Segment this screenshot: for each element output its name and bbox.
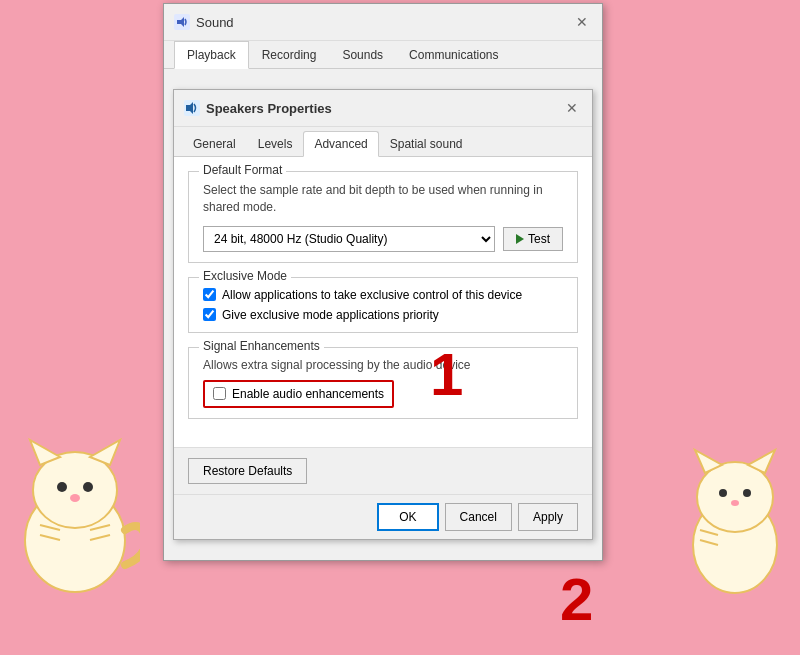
exclusive-control-label: Allow applications to take exclusive con…	[222, 288, 522, 302]
default-format-label: Default Format	[199, 163, 286, 177]
default-format-section: Default Format Select the sample rate an…	[188, 171, 578, 263]
tab-spatial-sound[interactable]: Spatial sound	[379, 131, 474, 157]
speakers-footer: Restore Defaults	[174, 447, 592, 494]
sound-dialog: Sound ✕ Playback Recording Sounds Commun…	[163, 3, 603, 561]
speakers-tabs: General Levels Advanced Spatial sound	[174, 127, 592, 157]
svg-point-17	[731, 500, 739, 506]
speakers-dialog-close-button[interactable]: ✕	[562, 98, 582, 118]
speakers-titlebar: Speakers Properties ✕	[174, 90, 592, 127]
sound-tabs: Playback Recording Sounds Communications	[164, 41, 602, 69]
exclusive-mode-section: Exclusive Mode Allow applications to tak…	[188, 277, 578, 333]
tab-sounds[interactable]: Sounds	[329, 41, 396, 69]
sound-titlebar-left: Sound	[174, 14, 234, 30]
speakers-content: Default Format Select the sample rate an…	[174, 157, 592, 447]
sound-dialog-close-button[interactable]: ✕	[572, 12, 592, 32]
signal-enhancements-label: Signal Enhancements	[199, 339, 324, 353]
speakers-titlebar-left: Speakers Properties	[184, 100, 332, 116]
enable-audio-enhancements-checkbox[interactable]	[213, 387, 226, 400]
tab-communications[interactable]: Communications	[396, 41, 511, 69]
default-format-description: Select the sample rate and bit depth to …	[203, 182, 563, 216]
annotation-2: 2	[560, 565, 593, 634]
restore-defaults-button[interactable]: Restore Defaults	[188, 458, 307, 484]
signal-enhancements-section: Signal Enhancements Allows extra signal …	[188, 347, 578, 419]
exclusive-control-row: Allow applications to take exclusive con…	[203, 288, 563, 302]
annotation-1: 1	[430, 340, 463, 409]
svg-point-5	[83, 482, 93, 492]
format-select[interactable]: 24 bit, 48000 Hz (Studio Quality)	[203, 226, 495, 252]
exclusive-priority-row: Give exclusive mode applications priorit…	[203, 308, 563, 322]
tab-general[interactable]: General	[182, 131, 247, 157]
apply-button[interactable]: Apply	[518, 503, 578, 531]
ok-button[interactable]: OK	[377, 503, 438, 531]
sound-speaker-icon	[174, 14, 190, 30]
signal-enhancements-description: Allows extra signal processing by the au…	[203, 358, 563, 372]
svg-point-15	[719, 489, 727, 497]
cancel-button[interactable]: Cancel	[445, 503, 512, 531]
enable-audio-enhancements-label: Enable audio enhancements	[232, 387, 384, 401]
format-row: 24 bit, 48000 Hz (Studio Quality) Test	[203, 226, 563, 252]
sound-dialog-titlebar: Sound ✕	[164, 4, 602, 41]
tab-recording[interactable]: Recording	[249, 41, 330, 69]
speakers-icon	[184, 100, 200, 116]
speakers-properties-dialog: Speakers Properties ✕ General Levels Adv…	[173, 89, 593, 540]
exclusive-control-checkbox[interactable]	[203, 288, 216, 301]
sound-dialog-title: Sound	[196, 15, 234, 30]
exclusive-mode-label: Exclusive Mode	[199, 269, 291, 283]
tab-levels[interactable]: Levels	[247, 131, 304, 157]
cat-right-decoration	[680, 445, 790, 595]
exclusive-priority-checkbox[interactable]	[203, 308, 216, 321]
dialog-action-row: OK Cancel Apply	[174, 494, 592, 539]
svg-point-6	[70, 494, 80, 502]
cat-left-decoration	[10, 435, 140, 595]
enable-audio-enhancements-row: Enable audio enhancements	[203, 380, 394, 408]
exclusive-priority-label: Give exclusive mode applications priorit…	[222, 308, 439, 322]
tab-advanced[interactable]: Advanced	[303, 131, 378, 157]
test-button-label: Test	[528, 232, 550, 246]
tab-playback[interactable]: Playback	[174, 41, 249, 69]
svg-point-4	[57, 482, 67, 492]
test-button[interactable]: Test	[503, 227, 563, 251]
svg-point-16	[743, 489, 751, 497]
speakers-dialog-title: Speakers Properties	[206, 101, 332, 116]
play-triangle-icon	[516, 234, 524, 244]
